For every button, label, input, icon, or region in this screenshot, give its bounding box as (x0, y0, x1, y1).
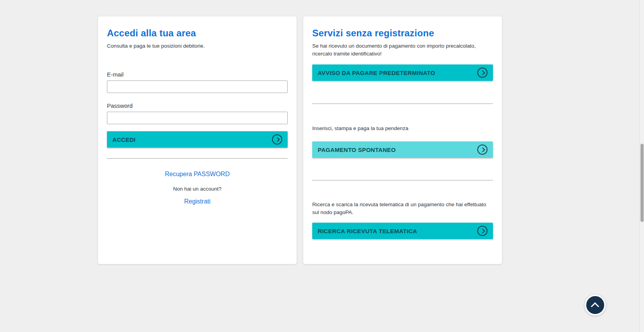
services-card: Servizi senza registrazione Se hai ricev… (303, 16, 502, 264)
avviso-predeterminato-button-label: AVVISO DA PAGARE PREDETERMINATO (318, 70, 435, 76)
password-label: Password (107, 102, 288, 109)
services-card-title: Servizi senza registrazione (312, 28, 493, 39)
recover-password-link[interactable]: Recupera PASSWORD (107, 171, 288, 178)
chevron-right-circle-icon (477, 68, 487, 78)
login-divider (107, 158, 288, 159)
scroll-to-top-button[interactable] (585, 295, 606, 316)
services-divider-2 (312, 180, 493, 180)
services-intro-text: Se hai ricevuto un documento di pagament… (312, 42, 493, 58)
vertical-scrollbar[interactable] (639, 0, 644, 332)
chevron-right-circle-icon (272, 134, 282, 145)
email-field[interactable] (107, 80, 288, 93)
avviso-predeterminato-button[interactable]: AVVISO DA PAGARE PREDETERMINATO (312, 64, 493, 81)
password-field[interactable] (107, 112, 288, 124)
accedi-button-label: ACCEDI (112, 136, 135, 143)
services-divider-1 (312, 104, 493, 104)
login-card-subtitle: Consulta e paga le tue posizioni debitor… (107, 42, 288, 50)
receipt-search-text: Ricerca e scarica la ricevuta telematica… (312, 201, 493, 216)
accedi-button[interactable]: ACCEDI (107, 131, 288, 148)
scrollbar-thumb[interactable] (640, 144, 644, 222)
ricerca-ricevuta-button[interactable]: RICERCA RICEVUTA TELEMATICA (312, 223, 493, 239)
pagamento-spontaneo-button[interactable]: PAGAMENTO SPONTANEO (312, 141, 493, 158)
login-card-title: Accedi alla tua area (107, 28, 288, 39)
register-link[interactable]: Registrati (107, 198, 288, 205)
ricerca-ricevuta-button-label: RICERCA RICEVUTA TELEMATICA (318, 228, 417, 234)
chevron-right-circle-icon (477, 145, 487, 155)
spontaneous-payment-text: Inserisci, stampa e paga la tua pendenza (312, 125, 493, 132)
page-background: { "login_card": { "title": "Accedi alla … (0, 0, 644, 332)
pagamento-spontaneo-button-label: PAGAMENTO SPONTANEO (318, 146, 396, 153)
email-label: E-mail (107, 71, 288, 78)
chevron-right-circle-icon (477, 226, 487, 236)
login-card: Accedi alla tua area Consulta e paga le … (98, 16, 297, 264)
no-account-text: Non hai un account? (107, 186, 288, 192)
